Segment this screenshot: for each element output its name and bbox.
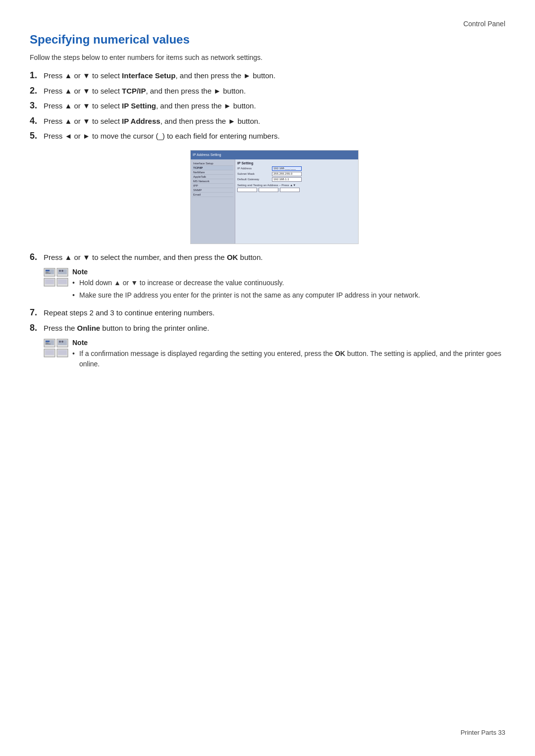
note-content-1: Note Hold down ▲ or ▼ to increase or dec… [72,268,505,302]
svg-rect-25 [58,350,67,355]
svg-rect-4 [46,273,51,274]
svg-point-20 [59,341,61,343]
step-6-number: 6. [30,252,44,262]
svg-rect-16 [46,343,49,344]
svg-point-21 [61,341,63,343]
step-3-text: Press ▲ or ▼ to select IP Setting, and t… [44,101,256,112]
footer: Printer Parts 33 [461,729,505,736]
svg-point-8 [61,270,63,272]
note-1-bullet-2: Make sure the IP address you enter for t… [72,290,505,301]
steps-list-2: 6. Press ▲ or ▼ to select the number, an… [30,252,505,263]
svg-rect-15 [46,341,50,342]
step-8-number: 8. [30,323,44,333]
step-2: 2. Press ▲ or ▼ to select TCP/IP, and th… [30,86,505,97]
step-8-text: Press the Online button to bring the pri… [44,323,209,334]
step-5-text: Press ◄ or ► to move the cursor (_) to e… [44,131,280,142]
screenshot-image: IP Address Setting Interface Setup TCP/I… [190,150,359,244]
step-7: 7. Repeat steps 2 and 3 to continue ente… [30,307,505,319]
note-icon-2 [44,339,69,357]
footer-text: Printer Parts 33 [461,729,505,736]
header-right-text: Control Panel [463,20,505,28]
svg-point-7 [59,270,61,272]
steps-list: 1. Press ▲ or ▼ to select Interface Setu… [30,70,505,142]
step-4-number: 4. [30,116,44,126]
step-3: 3. Press ▲ or ▼ to select IP Setting, an… [30,101,505,112]
svg-rect-10 [45,279,54,284]
step-1: 1. Press ▲ or ▼ to select Interface Setu… [30,70,505,82]
svg-rect-12 [58,279,67,284]
note-1-title: Note [72,268,505,276]
note-box-1: Note Hold down ▲ or ▼ to increase or dec… [44,268,505,302]
note-2-title: Note [72,339,505,347]
note-1-bullets: Hold down ▲ or ▼ to increase or decrease… [72,278,505,301]
step-1-number: 1. [30,70,44,81]
step-5-number: 5. [30,131,44,141]
step-2-number: 2. [30,86,44,96]
page-title: Specifying numerical values [30,33,505,47]
step-8: 8. Press the Online button to bring the … [30,323,505,334]
header-section: Control Panel [30,20,505,28]
note-2-bullets: If a confirmation message is displayed r… [72,349,505,369]
svg-rect-23 [45,350,54,355]
svg-rect-2 [46,270,50,271]
step-4: 4. Press ▲ or ▼ to select IP Address, an… [30,116,505,127]
step-6: 6. Press ▲ or ▼ to select the number, an… [30,252,505,263]
svg-rect-3 [46,272,49,273]
note-1-bullet-1: Hold down ▲ or ▼ to increase or decrease… [72,278,505,288]
note-2-bullet-1: If a confirmation message is displayed r… [72,349,505,369]
intro-text: Follow the steps below to enter numbers … [30,53,505,61]
step-5: 5. Press ◄ or ► to move the cursor (_) t… [30,131,505,142]
screenshot-container: IP Address Setting Interface Setup TCP/I… [44,150,505,244]
note-box-2: Note If a confirmation message is displa… [44,339,505,371]
note-content-2: Note If a confirmation message is displa… [72,339,505,371]
step-7-text: Repeat steps 2 and 3 to continue enterin… [44,307,214,319]
step-6-text: Press ▲ or ▼ to select the number, and t… [44,252,263,263]
note-icon-1 [44,268,69,287]
step-4-text: Press ▲ or ▼ to select IP Address, and t… [44,116,260,127]
svg-rect-17 [46,344,51,345]
step-7-number: 7. [30,307,44,318]
step-3-number: 3. [30,101,44,111]
step-1-text: Press ▲ or ▼ to select Interface Setup, … [44,70,275,82]
step-2-text: Press ▲ or ▼ to select TCP/IP, and then … [44,86,246,97]
steps-list-3: 7. Repeat steps 2 and 3 to continue ente… [30,307,505,334]
